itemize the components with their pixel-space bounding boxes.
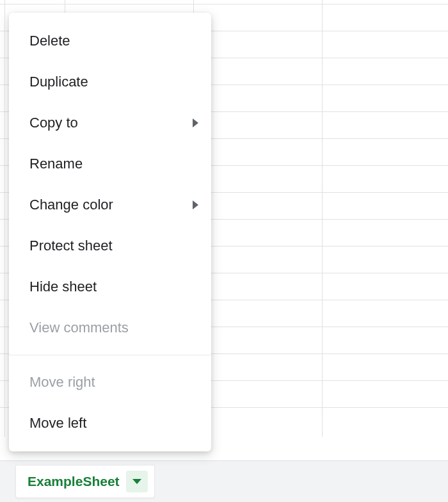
chevron-right-icon bbox=[193, 118, 198, 127]
sheet-tab-context-menu: Delete Duplicate Copy to Rename Change c… bbox=[9, 13, 211, 451]
caret-down-icon bbox=[132, 479, 141, 484]
menu-item-hide-sheet[interactable]: Hide sheet bbox=[9, 266, 211, 307]
chevron-right-icon bbox=[193, 200, 198, 209]
menu-item-label: Move left bbox=[29, 415, 86, 432]
menu-item-move-right: Move right bbox=[9, 362, 211, 403]
sheet-tab-menu-button[interactable] bbox=[126, 471, 148, 492]
menu-item-label: Duplicate bbox=[29, 74, 88, 90]
menu-item-label: Rename bbox=[29, 156, 83, 172]
menu-item-copy-to[interactable]: Copy to bbox=[9, 102, 211, 143]
menu-separator bbox=[9, 355, 211, 355]
menu-item-view-comments: View comments bbox=[9, 307, 211, 348]
menu-item-label: Protect sheet bbox=[29, 238, 113, 254]
sheet-tab-active[interactable]: ExampleSheet bbox=[15, 465, 155, 498]
menu-item-protect-sheet[interactable]: Protect sheet bbox=[9, 225, 211, 266]
menu-item-label: Copy to bbox=[29, 115, 78, 131]
menu-item-label: Hide sheet bbox=[29, 279, 97, 295]
menu-item-label: Change color bbox=[29, 197, 113, 213]
menu-item-duplicate[interactable]: Duplicate bbox=[9, 61, 211, 102]
sheet-tab-bar: ExampleSheet bbox=[0, 460, 448, 502]
menu-item-rename[interactable]: Rename bbox=[9, 143, 211, 184]
menu-item-label: View comments bbox=[29, 320, 129, 336]
menu-item-change-color[interactable]: Change color bbox=[9, 184, 211, 225]
menu-item-label: Delete bbox=[29, 33, 70, 49]
sheet-tab-name: ExampleSheet bbox=[28, 474, 120, 489]
menu-item-delete[interactable]: Delete bbox=[9, 20, 211, 61]
menu-item-label: Move right bbox=[29, 374, 95, 391]
menu-item-move-left[interactable]: Move left bbox=[9, 403, 211, 444]
